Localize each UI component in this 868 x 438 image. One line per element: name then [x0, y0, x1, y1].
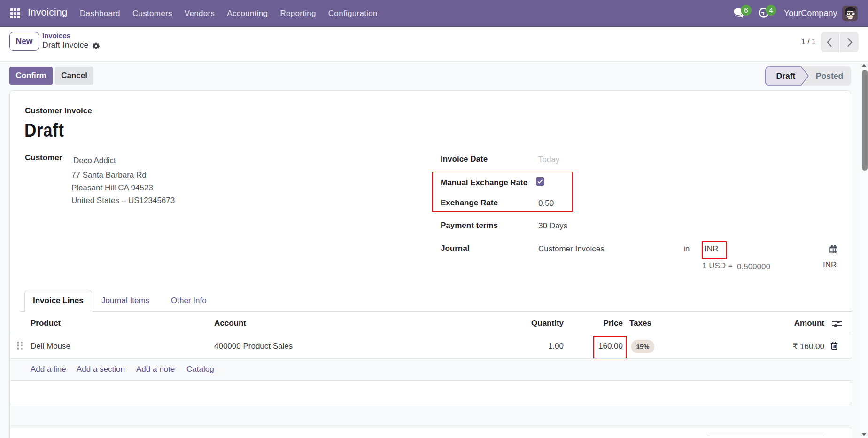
svg-text:Draft: Draft — [776, 71, 796, 81]
svg-text:Posted: Posted — [816, 71, 843, 81]
